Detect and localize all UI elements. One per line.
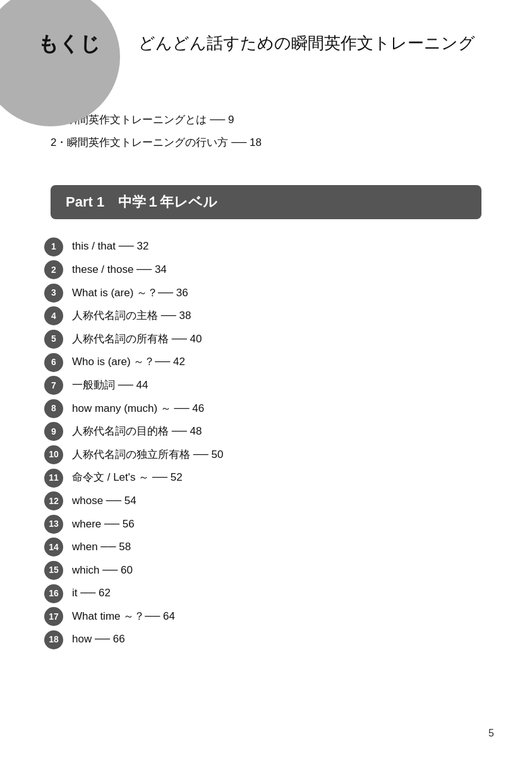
toc-item-text: how many (much) ～ ── 46 [72, 399, 481, 419]
toc-item-text: where ── 56 [72, 515, 481, 534]
toc-item-number: 3 [44, 284, 63, 303]
toc-item-number: 4 [44, 306, 63, 325]
toc-item-number: 10 [44, 445, 63, 464]
toc-item: 4人称代名詞の主格 ── 38 [44, 306, 481, 326]
toc-item-text: these / those ── 34 [72, 260, 481, 280]
book-title: どんどん話すための瞬間英作文トレーニング [138, 25, 475, 54]
part-header: Part 1 中学１年レベル [51, 185, 481, 219]
toc-item-text: how ── 66 [72, 630, 481, 649]
toc-item-text: when ── 58 [72, 538, 481, 557]
toc-item-text: What time ～？── 64 [72, 607, 481, 627]
toc-item: 2these / those ── 34 [44, 260, 481, 280]
toc-item: 14when ── 58 [44, 538, 481, 557]
toc-item-number: 7 [44, 376, 63, 395]
page-container: もくじ どんどん話すための瞬間英作文トレーニング 1・瞬間英作文トレーニングとは… [0, 0, 532, 758]
toc-item: 5人称代名詞の所有格 ── 40 [44, 330, 481, 349]
page-number: 5 [488, 728, 494, 739]
toc-item-number: 11 [44, 469, 63, 488]
toc-item-number: 17 [44, 607, 63, 626]
mokuji-label: もくじ [38, 25, 100, 58]
toc-item-text: What is (are) ～？── 36 [72, 284, 481, 303]
toc-item-text: Who is (are) ～？── 42 [72, 352, 481, 372]
toc-item-number: 1 [44, 238, 63, 256]
toc-item: 1this / that ── 32 [44, 237, 481, 256]
toc-item: 13where ── 56 [44, 515, 481, 534]
header: もくじ どんどん話すための瞬間英作文トレーニング [0, 0, 532, 71]
toc-item: 3What is (are) ～？── 36 [44, 284, 481, 303]
toc-item: 11命令文 / Let's ～ ── 52 [44, 468, 481, 488]
toc-item-text: which ── 60 [72, 561, 481, 581]
toc-item: 12whose ── 54 [44, 491, 481, 511]
toc-item-text: 命令文 / Let's ～ ── 52 [72, 468, 481, 488]
toc-item: 7一般動詞 ── 44 [44, 376, 481, 395]
toc-item-number: 16 [44, 584, 63, 603]
toc-item-number: 18 [44, 630, 63, 649]
toc-item: 17What time ～？── 64 [44, 607, 481, 627]
toc-item: 16it ── 62 [44, 584, 481, 603]
toc-item: 8how many (much) ～ ── 46 [44, 399, 481, 419]
toc-item: 6Who is (are) ～？── 42 [44, 352, 481, 372]
toc-item-text: 人称代名詞の独立所有格 ── 50 [72, 445, 481, 465]
toc-list: 1this / that ── 322these / those ── 343W… [0, 232, 532, 678]
toc-item-number: 13 [44, 515, 63, 534]
toc-item-number: 5 [44, 330, 63, 349]
intro-item-2: 2・瞬間英作文トレーニングの行い方 ── 18 [51, 131, 481, 154]
toc-item: 9人称代名詞の目的格 ── 48 [44, 422, 481, 442]
toc-item-text: whose ── 54 [72, 491, 481, 511]
toc-item: 18how ── 66 [44, 630, 481, 649]
toc-item-number: 2 [44, 260, 63, 279]
toc-item-number: 15 [44, 561, 63, 580]
toc-item-number: 14 [44, 538, 63, 556]
intro-item-1: 1・瞬間英作文トレーニングとは ── 9 [51, 109, 481, 131]
toc-item-number: 8 [44, 399, 63, 418]
toc-item-text: this / that ── 32 [72, 237, 481, 256]
toc-item-number: 9 [44, 422, 63, 441]
toc-item: 10人称代名詞の独立所有格 ── 50 [44, 445, 481, 465]
toc-item-number: 6 [44, 353, 63, 372]
toc-item-text: 人称代名詞の目的格 ── 48 [72, 422, 481, 442]
toc-item-text: it ── 62 [72, 584, 481, 603]
toc-item: 15which ── 60 [44, 561, 481, 581]
toc-item-text: 人称代名詞の所有格 ── 40 [72, 330, 481, 349]
toc-item-number: 12 [44, 491, 63, 510]
toc-item-text: 人称代名詞の主格 ── 38 [72, 306, 481, 326]
toc-item-text: 一般動詞 ── 44 [72, 376, 481, 395]
